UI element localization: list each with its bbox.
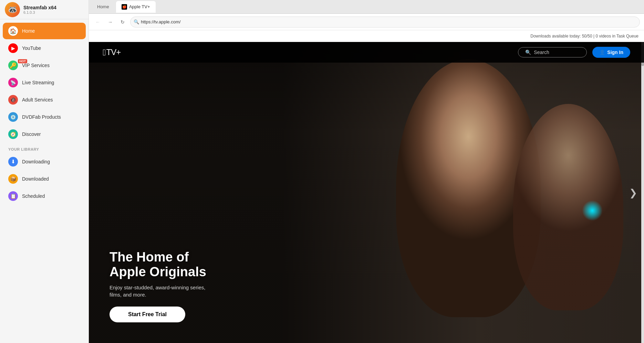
back-button[interactable]: ← [93, 17, 103, 27]
sidebar-item-home[interactable]: 🏠 Home [3, 23, 86, 39]
forward-button[interactable]: → [105, 17, 115, 27]
app-name: Streamfab x64 [23, 5, 56, 10]
sidebar-item-label-vip: VIP Services [22, 63, 50, 68]
hero-subtitle: Enjoy star-studded, award-winning series… [110, 284, 206, 298]
sidebar-item-downloaded[interactable]: 📦 Downloaded [3, 171, 86, 187]
sidebar-item-label-home: Home [22, 28, 35, 34]
url-input[interactable] [130, 17, 640, 28]
sidebar-item-scheduled[interactable]: 📋 Scheduled [3, 188, 86, 204]
appletv-search-button[interactable]: 🔍 Search [518, 47, 587, 57]
youtube-icon: ▶ [8, 43, 18, 53]
adult-icon: 🔞 [8, 95, 18, 105]
app-logo: 🦝 [5, 2, 20, 17]
hero-content: The Home ofApple Originals Enjoy star-st… [110, 250, 206, 322]
downloads-bar: Downloads available today: 50/50 | 0 vid… [89, 30, 644, 42]
main-content: Home 🍎 Apple TV+ ← → ↻ 🔍 Downloads avail… [89, 0, 644, 343]
scheduled-icon: 📋 [8, 191, 18, 201]
sidebar-item-vip[interactable]: 🔑 VIP Services HOT [3, 57, 86, 74]
home-icon: 🏠 [8, 26, 18, 36]
url-search-icon: 🔍 [134, 19, 139, 24]
sidebar-item-label-adult: Adult Services [22, 97, 53, 103]
hero-person-2 [513, 104, 623, 310]
app-version: 6.1.0.3 [23, 10, 56, 14]
downloads-status: Downloads available today: 50/50 | 0 vid… [530, 34, 638, 39]
hero-cta-button[interactable]: Start Free Trial [110, 307, 185, 322]
sidebar-item-youtube[interactable]: ▶ YouTube [3, 40, 86, 56]
library-section-label: YOUR LIBRARY [0, 143, 89, 153]
appletv-search-label: Search [534, 50, 549, 55]
tab-home[interactable]: Home [92, 1, 115, 13]
person-icon: 👤 [599, 50, 605, 55]
appletv-signin-button[interactable]: 👤 Sign In [592, 47, 630, 58]
appletv-logo:  TV+ [103, 47, 121, 58]
appletv-signin-label: Sign In [607, 50, 623, 55]
hero-title: The Home ofApple Originals [110, 250, 206, 280]
app-header: 🦝 Streamfab x64 6.1.0.3 [0, 0, 89, 19]
tab-bar: Home 🍎 Apple TV+ [89, 0, 644, 14]
url-bar-wrapper: 🔍 [130, 17, 640, 28]
downloading-icon: ⬇ [8, 157, 18, 167]
appletv-header:  TV+ 🔍 Search 👤 Sign In [89, 42, 644, 63]
sidebar-item-label-downloaded: Downloaded [22, 176, 49, 182]
discover-icon: 🧭 [8, 129, 18, 139]
tab-home-label: Home [97, 4, 109, 9]
appletv-logo-text: TV+ [106, 47, 121, 57]
scrollbar[interactable] [641, 42, 644, 343]
nav-section: 🏠 Home ▶ YouTube 🔑 VIP Services HOT 📡 Li… [0, 19, 89, 343]
livestream-icon: 📡 [8, 78, 18, 87]
sidebar-item-label-discover: Discover [22, 131, 41, 137]
appletv-favicon: 🍎 [122, 4, 127, 10]
tab-appletv[interactable]: 🍎 Apple TV+ [116, 1, 156, 13]
vip-icon: 🔑 [8, 61, 18, 70]
tab-appletv-label: Apple TV+ [129, 4, 150, 9]
next-slide-button[interactable]: ❯ [629, 187, 637, 198]
sidebar-item-discover[interactable]: 🧭 Discover [3, 126, 86, 142]
sidebar: 🦝 Streamfab x64 6.1.0.3 🏠 Home ▶ YouTube… [0, 0, 89, 343]
app-title-block: Streamfab x64 6.1.0.3 [23, 5, 56, 14]
sidebar-item-label-dvdfab: DVDFab Products [22, 114, 61, 120]
dvdfab-icon: 💿 [8, 112, 18, 122]
refresh-button[interactable]: ↻ [118, 17, 127, 27]
search-icon: 🔍 [525, 50, 531, 55]
appletv-page:  TV+ 🔍 Search 👤 Sign In The Home ofAppl… [89, 42, 644, 343]
sidebar-item-livestream[interactable]: 📡 Live Streaming [3, 74, 86, 91]
sidebar-item-label-youtube: YouTube [22, 45, 41, 51]
sidebar-item-downloading[interactable]: ⬇ Downloading [3, 153, 86, 170]
hero-glow [582, 200, 603, 221]
downloaded-icon: 📦 [8, 174, 18, 184]
sidebar-item-dvdfab[interactable]: 💿 DVDFab Products [3, 109, 86, 125]
sidebar-item-label-livestream: Live Streaming [22, 80, 54, 85]
sidebar-item-label-downloading: Downloading [22, 159, 50, 164]
appletv-logo-apple:  [103, 47, 106, 58]
sidebar-item-adult[interactable]: 🔞 Adult Services [3, 92, 86, 108]
browser-bar: ← → ↻ 🔍 [89, 14, 644, 30]
hot-badge: HOT [18, 59, 27, 63]
sidebar-item-label-scheduled: Scheduled [22, 193, 45, 199]
